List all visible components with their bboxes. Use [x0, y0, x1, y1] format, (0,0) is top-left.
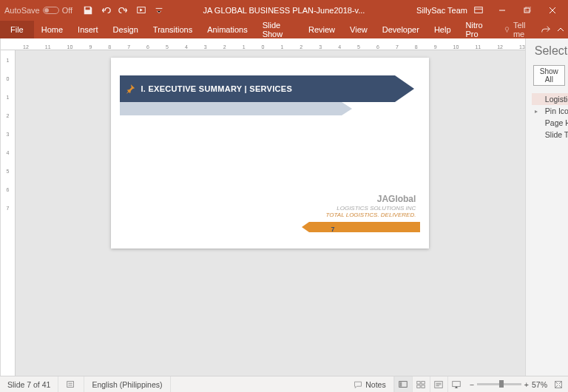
slide-title-text: I. EXECUTIVE SUMMARY | SERVICES	[141, 84, 292, 93]
svg-rect-11	[422, 385, 425, 388]
collapse-ribbon-icon[interactable]	[553, 21, 568, 38]
svg-rect-10	[417, 385, 420, 388]
save-icon[interactable]	[83, 5, 93, 16]
zoom-slider[interactable]	[477, 383, 521, 385]
selection-list: Logistics Diagram━▸Pin Icon━Page Holder━…	[526, 92, 568, 141]
title-bar: AutoSave Off JA GLOBAL BUSINESS PLAN-Jun…	[0, 0, 568, 21]
tab-transitions[interactable]: Transitions	[146, 21, 200, 38]
subtitle-band	[120, 102, 342, 115]
sorter-view-icon[interactable]	[412, 376, 430, 393]
redo-icon[interactable]	[118, 5, 129, 16]
minimize-button[interactable]	[490, 0, 515, 21]
slide-canvas[interactable]: I. EXECUTIVE SUMMARY | SERVICES JAGlobal…	[111, 58, 429, 249]
vertical-ruler: 101234567	[1, 50, 16, 376]
zoom-in-icon[interactable]: +	[524, 380, 529, 389]
close-button[interactable]	[540, 0, 565, 21]
page-number: 7	[331, 226, 334, 233]
selection-item[interactable]: ▸Pin Icon━	[532, 105, 568, 117]
slide-canvas-wrap[interactable]: I. EXECUTIVE SUMMARY | SERVICES JAGlobal…	[16, 50, 525, 376]
ribbon-display-icon[interactable]	[473, 5, 484, 16]
ribbon-tabs: File Home Insert Design Transitions Anim…	[0, 21, 568, 38]
slideshow-view-icon[interactable]	[447, 376, 465, 393]
autosave-state: Off	[62, 6, 72, 15]
svg-rect-2	[524, 8, 530, 13]
tab-file[interactable]: File	[0, 21, 34, 38]
autosave-label: AutoSave	[4, 6, 40, 15]
page-band	[309, 222, 420, 232]
notes-button[interactable]: Notes	[346, 376, 393, 392]
zoom-out-icon[interactable]: −	[470, 380, 474, 389]
quick-access-toolbar	[77, 5, 170, 16]
svg-rect-9	[422, 381, 425, 384]
normal-view-icon[interactable]	[394, 376, 412, 393]
tab-developer[interactable]: Developer	[375, 21, 427, 38]
selection-item[interactable]: Page Holder━	[532, 117, 568, 129]
tab-slideshow[interactable]: Slide Show	[255, 21, 301, 38]
fit-window-icon[interactable]	[553, 379, 564, 390]
tab-review[interactable]: Review	[301, 21, 342, 38]
title-arrow-shape	[395, 75, 414, 102]
company-logo: JAGlobal LOGISTICS SOLUTIONS INC TOTAL L…	[326, 194, 416, 219]
tab-view[interactable]: View	[342, 21, 375, 38]
svg-point-4	[505, 27, 509, 31]
selection-pane: Selection ▾ ✕ Show All Hide All ▲ ▼ Logi…	[525, 38, 568, 376]
selection-item[interactable]: Slide Title Holder━	[532, 129, 568, 141]
slide-counter[interactable]: Slide 7 of 41	[0, 376, 58, 392]
window-buttons	[490, 0, 565, 21]
start-from-beginning-icon[interactable]	[136, 5, 146, 16]
status-bar: Slide 7 of 41 English (Philippines) Note…	[0, 376, 568, 392]
svg-rect-7	[400, 382, 402, 386]
svg-rect-5	[67, 381, 74, 387]
pin-icon	[120, 84, 141, 94]
tab-insert[interactable]: Insert	[70, 21, 106, 38]
editor-area: 121110987654321012345678910111213 101234…	[1, 38, 525, 376]
undo-icon[interactable]	[101, 5, 111, 16]
tab-design[interactable]: Design	[106, 21, 146, 38]
zoom-value[interactable]: 57%	[532, 380, 547, 389]
spellcheck-icon[interactable]	[58, 376, 84, 392]
expand-icon[interactable]: ▸	[535, 108, 538, 115]
qat-more-icon[interactable]	[154, 5, 164, 16]
slide-title-band[interactable]: I. EXECUTIVE SUMMARY | SERVICES	[120, 75, 395, 102]
restore-button[interactable]	[515, 0, 540, 21]
workspace: 12345678910111213 1211109876543210123456…	[0, 38, 568, 376]
language-status[interactable]: English (Philippines)	[84, 376, 170, 392]
autosave-toggle[interactable]: AutoSave Off	[0, 6, 77, 15]
share-icon[interactable]	[538, 21, 553, 38]
selection-item[interactable]: Logistics Diagram━	[532, 93, 568, 105]
zoom-control[interactable]: − + 57%	[465, 379, 568, 390]
svg-rect-3	[526, 7, 531, 11]
svg-rect-13	[453, 381, 461, 386]
notes-icon	[354, 380, 362, 389]
tab-help[interactable]: Help	[427, 21, 459, 38]
tell-me[interactable]: Tell me	[498, 21, 538, 38]
tab-nitropro[interactable]: Nitro Pro	[459, 21, 498, 38]
reading-view-icon[interactable]	[430, 376, 447, 393]
toggle-icon	[43, 7, 59, 14]
tab-home[interactable]: Home	[34, 21, 70, 38]
lightbulb-icon	[504, 25, 510, 34]
show-all-button[interactable]: Show All	[533, 65, 565, 86]
tab-animations[interactable]: Animations	[200, 21, 254, 38]
svg-rect-8	[417, 381, 420, 384]
user-name[interactable]: SillySac Team	[416, 6, 467, 15]
horizontal-ruler: 121110987654321012345678910111213	[1, 38, 525, 50]
pane-title: Selection	[535, 44, 568, 58]
svg-rect-1	[475, 7, 483, 13]
